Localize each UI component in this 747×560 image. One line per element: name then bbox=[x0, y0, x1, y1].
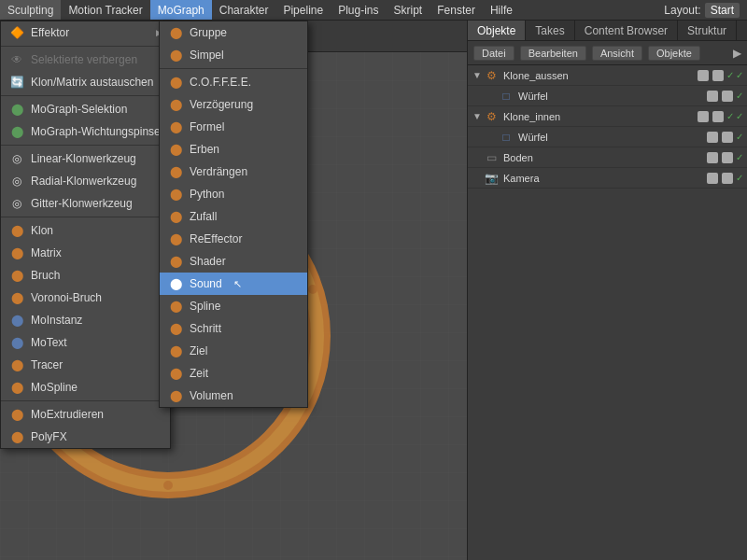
menu-item-mograph-wichtung[interactable]: ⬤ MoGraph-Wichtungspinsel bbox=[1, 120, 170, 143]
erben-icon: ⬤ bbox=[167, 141, 184, 158]
check1: ✓ bbox=[726, 70, 734, 80]
submenu-item-simpel[interactable]: ⬤ Simpel bbox=[160, 44, 307, 66]
moextrudieren-icon: ⬤ bbox=[8, 406, 25, 423]
check2: ✓ bbox=[736, 70, 743, 80]
schritt-icon: ⬤ bbox=[167, 320, 184, 337]
submenu-item-volumen[interactable]: ⬤ Volumen bbox=[160, 385, 307, 407]
menu-item-klon[interactable]: ⬤ Klon bbox=[1, 219, 170, 242]
tab-struktur[interactable]: Struktur bbox=[678, 21, 737, 40]
menu-item-moextrudieren[interactable]: ⬤ MoExtrudieren bbox=[1, 403, 170, 426]
submenu-item-sound[interactable]: ⬤ Sound ↖ bbox=[160, 273, 307, 295]
layout-value[interactable]: Start bbox=[705, 3, 740, 18]
menu-pipeline[interactable]: Pipeline bbox=[275, 0, 331, 20]
btn-bearbeiten[interactable]: Bearbeiten bbox=[520, 46, 586, 61]
sep4 bbox=[1, 217, 170, 217]
bruch-icon: ⬤ bbox=[8, 267, 25, 284]
cursor-icon: ↖ bbox=[233, 278, 242, 290]
svg-point-4 bbox=[163, 481, 173, 490]
menu-item-moinstanz[interactable]: ⬤ MoInstanz bbox=[1, 309, 170, 331]
tab-content-browser[interactable]: Content Browser bbox=[575, 21, 678, 40]
submenu-item-formel[interactable]: ⬤ Formel bbox=[160, 116, 307, 138]
btn-datei[interactable]: Datei bbox=[473, 46, 514, 61]
submenu-item-verzoegerung[interactable]: ⬤ Verzögerung bbox=[160, 93, 307, 116]
expand-klone-innen[interactable]: ▼ bbox=[472, 111, 483, 122]
menu-item-selektierte[interactable]: 👁 Selektierte verbergen bbox=[1, 49, 170, 71]
expand-boden bbox=[472, 152, 483, 163]
tab-takes[interactable]: Takes bbox=[526, 21, 574, 40]
submenu-item-coffee[interactable]: ⬤ C.O.F.F.E.E. bbox=[160, 71, 307, 93]
tree-item-wurfel1[interactable]: □ Würfel ✓ bbox=[468, 86, 747, 106]
menu-mograph[interactable]: MoGraph bbox=[150, 0, 212, 20]
tracer-icon: ⬤ bbox=[8, 357, 25, 373]
submenu-item-reeffektor[interactable]: ⬤ ReEffector bbox=[160, 228, 307, 250]
menu-item-motext[interactable]: ⬤ MoText bbox=[1, 331, 170, 354]
menu-item-mospline[interactable]: ⬤ MoSpline bbox=[1, 376, 170, 399]
menu-sculpting[interactable]: Sculpting bbox=[0, 0, 61, 20]
tree-item-klone-aussen[interactable]: ▼ ⚙ Klone_aussen ✓ ✓ bbox=[468, 65, 747, 86]
menu-item-klon-matrix[interactable]: 🔄 Klon/Matrix austauschen bbox=[1, 71, 170, 93]
sep3 bbox=[1, 145, 170, 146]
submenu-item-ziel[interactable]: ⬤ Ziel bbox=[160, 340, 307, 362]
status-icons-boden: ✓ bbox=[706, 151, 743, 164]
tree-item-kamera[interactable]: 📷 Kamera ✓ bbox=[468, 168, 747, 189]
submenu-item-zeit[interactable]: ⬤ Zeit bbox=[160, 362, 307, 385]
menu-hilfe[interactable]: Hilfe bbox=[483, 0, 520, 20]
menu-item-mograph-selektion[interactable]: ⬤ MoGraph-Selektion bbox=[1, 98, 170, 120]
submenu-item-verdraengen[interactable]: ⬤ Verdrängen bbox=[160, 161, 307, 183]
btn-objekte[interactable]: Objekte bbox=[648, 46, 700, 61]
menu-item-effektor[interactable]: 🔶 Effektor bbox=[1, 21, 170, 44]
vis-icon6 bbox=[712, 111, 724, 122]
btn-ansicht[interactable]: Ansicht bbox=[592, 46, 642, 61]
expand-klone-aussen[interactable]: ▼ bbox=[472, 70, 483, 81]
check6: ✓ bbox=[736, 132, 743, 142]
menu-item-linear-klon[interactable]: ◎ Linear-Klonwerkzeug bbox=[1, 147, 170, 170]
mograph-selektion-icon: ⬤ bbox=[8, 101, 25, 118]
menu-motion-tracker[interactable]: Motion Tracker bbox=[61, 0, 149, 20]
menu-item-polyfx[interactable]: ⬤ PolyFX bbox=[1, 426, 170, 448]
menu-charakter[interactable]: Charakter bbox=[212, 0, 276, 20]
status-icons-klone-innen: ✓ ✓ bbox=[697, 110, 743, 123]
submenu-item-spline[interactable]: ⬤ Spline bbox=[160, 295, 307, 317]
submenu-item-erben[interactable]: ⬤ Erben bbox=[160, 138, 307, 161]
menu-item-radial-klon[interactable]: ◎ Radial-Klonwerkzeug bbox=[1, 170, 170, 192]
menu-fenster[interactable]: Fenster bbox=[430, 0, 483, 20]
status-icons-wurfel2: ✓ bbox=[706, 131, 743, 144]
menu-item-tracer[interactable]: ⬤ Tracer bbox=[1, 354, 170, 376]
matrix-icon: ⬤ bbox=[8, 245, 25, 261]
menu-skript[interactable]: Skript bbox=[387, 0, 430, 20]
tree-item-boden[interactable]: ▭ Boden ✓ bbox=[468, 147, 747, 168]
tree-item-klone-innen[interactable]: ▼ ⚙ Klone_innen ✓ ✓ bbox=[468, 106, 747, 127]
vis-icon1 bbox=[698, 70, 709, 81]
status-icons-wurfel1: ✓ bbox=[706, 90, 743, 103]
icon-kamera: 📷 bbox=[483, 170, 500, 187]
menu-item-voronoi[interactable]: ⬤ Voronoi-Bruch bbox=[1, 287, 170, 309]
expand-wurfel2 bbox=[486, 132, 498, 143]
tree-item-wurfel2[interactable]: □ Würfel ✓ bbox=[468, 127, 747, 147]
vis-icon9 bbox=[707, 152, 718, 163]
icon-wurfel2: □ bbox=[498, 129, 514, 146]
submenu-item-python[interactable]: ⬤ Python bbox=[160, 183, 307, 205]
submenu-item-gruppe[interactable]: ⬤ Gruppe bbox=[160, 21, 307, 44]
vis-icon10 bbox=[722, 152, 733, 163]
menu-item-bruch[interactable]: ⬤ Bruch bbox=[1, 264, 170, 287]
moinstanz-icon: ⬤ bbox=[8, 312, 25, 329]
menu-item-matrix[interactable]: ⬤ Matrix bbox=[1, 242, 170, 264]
layout-label: Layout: Start bbox=[656, 1, 747, 20]
submenu-item-shader[interactable]: ⬤ Shader bbox=[160, 250, 307, 273]
icon-wurfel1: □ bbox=[498, 88, 514, 105]
icon-boden: ▭ bbox=[483, 149, 500, 166]
klon-icon: ⬤ bbox=[8, 222, 25, 239]
menu-plug-ins[interactable]: Plug-ins bbox=[331, 0, 386, 20]
vis-icon5 bbox=[698, 111, 709, 122]
tab-objekte[interactable]: Objekte bbox=[468, 21, 526, 40]
gitter-klon-icon: ◎ bbox=[8, 195, 25, 212]
menu-bar: Sculpting Motion Tracker MoGraph Charakt… bbox=[0, 0, 747, 21]
icon-klone-aussen: ⚙ bbox=[483, 67, 500, 84]
right-toolbar-expand[interactable]: ▶ bbox=[733, 47, 741, 60]
submenu-item-zufall[interactable]: ⬤ Zufall bbox=[160, 205, 307, 228]
vis-icon3 bbox=[707, 91, 718, 102]
check7: ✓ bbox=[736, 152, 743, 162]
expand-kamera bbox=[472, 173, 483, 184]
menu-item-gitter-klon[interactable]: ◎ Gitter-Klonwerkzeug bbox=[1, 192, 170, 215]
submenu-item-schritt[interactable]: ⬤ Schritt bbox=[160, 317, 307, 340]
